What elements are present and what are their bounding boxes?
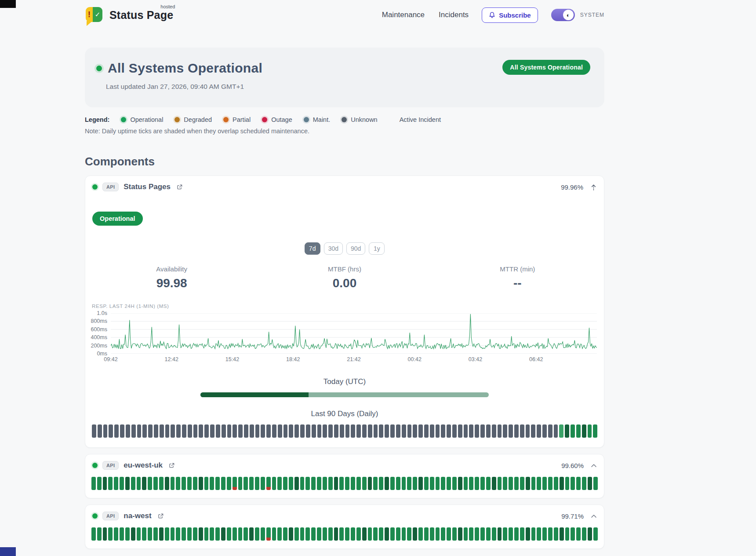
uptime-tick	[103, 527, 107, 541]
uptime-tick	[390, 527, 395, 541]
theme-toggle[interactable]: ◐	[551, 9, 575, 21]
uptime-tick	[294, 477, 299, 490]
x-tick-label: 21:42	[347, 356, 360, 362]
nav-item-maintenance[interactable]: Maintenance	[382, 11, 425, 19]
uptime-tick	[542, 527, 547, 541]
component-name: Status Pages	[124, 183, 171, 191]
range-button-1y[interactable]: 1y	[369, 242, 385, 255]
uptime-tick	[91, 527, 96, 541]
uptime-tick	[272, 477, 276, 490]
uptime-tick	[424, 477, 429, 490]
uptime-tick	[160, 424, 164, 438]
range-selector: 7d30d90d1y	[85, 242, 604, 255]
uptime-tick	[108, 527, 113, 541]
uptime-tick	[277, 527, 282, 541]
uptime-tick	[571, 424, 575, 438]
uptime-tick	[548, 477, 552, 490]
uptime-tick	[238, 424, 243, 438]
uptime-tick	[368, 477, 372, 490]
uptime-tick	[165, 424, 170, 438]
uptime-tick	[452, 527, 457, 541]
component-status-badge: Operational	[92, 212, 143, 226]
expand-button[interactable]	[591, 464, 597, 468]
legend-item-maint: Maint.	[304, 116, 331, 123]
uptime-tick	[390, 477, 395, 490]
range-button-30d[interactable]: 30d	[324, 242, 343, 255]
uptime-tick	[176, 477, 180, 490]
legend-item-active-incident: Active Incident	[400, 116, 441, 123]
uptime-tick	[131, 424, 136, 438]
component-status-dot	[92, 513, 98, 519]
logo-bubble: ! ✓	[86, 7, 102, 22]
uptime-tick	[171, 424, 175, 438]
external-link-icon[interactable]	[168, 462, 175, 469]
range-button-90d[interactable]: 90d	[346, 242, 365, 255]
uptime-tick	[531, 424, 535, 438]
uptime-tick	[362, 527, 367, 541]
uptime-tick	[103, 424, 108, 438]
legend-item-label: Degraded	[184, 116, 212, 123]
uptime-tick	[486, 477, 491, 490]
uptime-tick	[362, 424, 367, 438]
uptime-tick	[345, 527, 349, 541]
uptime-tick	[424, 527, 429, 541]
uptime-tick	[351, 527, 355, 541]
uptime-tick	[272, 424, 276, 438]
component-name: na-west	[124, 512, 151, 520]
uptime-tick	[255, 477, 259, 490]
uptime-tick	[165, 477, 169, 490]
nav-item-incidents[interactable]: Incidents	[439, 11, 469, 19]
uptime-tick	[548, 424, 552, 438]
chart-title: RESP. LAST 24H (1-MIN) (MS)	[92, 304, 597, 309]
uptime-tick	[351, 424, 355, 438]
uptime-tick	[244, 527, 248, 541]
legend-item-label: Maint.	[313, 116, 331, 123]
collapse-button[interactable]	[590, 183, 597, 191]
uptime-tick	[323, 527, 327, 541]
brand-text: hosted Status Page	[109, 9, 173, 22]
legend-item-label: Unknown	[351, 116, 377, 123]
uptime-tick	[227, 477, 231, 490]
uptime-tick	[233, 477, 237, 490]
external-link-icon[interactable]	[176, 184, 183, 190]
uptime-tick	[373, 527, 378, 541]
component-header[interactable]: API Status Pages 99.96%	[85, 176, 604, 197]
uptime-tick	[137, 527, 141, 541]
metric-value: --	[431, 276, 604, 290]
uptime-tick	[334, 424, 338, 438]
uptime-tick	[436, 424, 440, 438]
component-header[interactable]: API eu-west-uk 99.60%	[85, 454, 604, 475]
uptime-tick	[464, 477, 468, 490]
uptime-tick	[492, 477, 496, 490]
external-link-icon[interactable]	[157, 513, 164, 519]
uptime-tick	[108, 477, 113, 490]
uptime-tick	[238, 527, 243, 541]
subscribe-button[interactable]: Subscribe	[482, 7, 538, 23]
uptime-tick	[131, 477, 135, 490]
uptime-tick	[480, 477, 485, 490]
component-header[interactable]: API na-west 99.71%	[85, 505, 604, 526]
uptime-tick	[576, 527, 581, 541]
uptime-tick	[131, 527, 135, 541]
screen-artifact-bottom	[0, 547, 16, 556]
uptime-tick	[514, 477, 519, 490]
uptime-tick	[311, 527, 316, 541]
uptime-tick	[215, 527, 220, 541]
top-bar: ! ✓ hosted Status Page MaintenanceIncide…	[85, 0, 604, 30]
uptime-tick	[109, 424, 113, 438]
brand-logo[interactable]: ! ✓ hosted Status Page	[85, 6, 173, 24]
uptime-tick	[199, 477, 203, 490]
range-button-7d[interactable]: 7d	[305, 242, 320, 255]
uptime-tick	[554, 477, 558, 490]
expand-button[interactable]	[591, 514, 597, 518]
uptime-tick	[114, 477, 118, 490]
component-status-dot	[92, 463, 98, 468]
metric-value: 99.98	[85, 276, 258, 290]
logo-tail	[87, 21, 92, 26]
uptime-tick	[153, 477, 158, 490]
uptime-tick	[126, 424, 130, 438]
uptime-tick	[154, 424, 158, 438]
uptime-tick	[91, 477, 96, 490]
legend-item-degraded: Degraded	[174, 116, 212, 123]
legend-item-outage: Outage	[262, 116, 292, 123]
